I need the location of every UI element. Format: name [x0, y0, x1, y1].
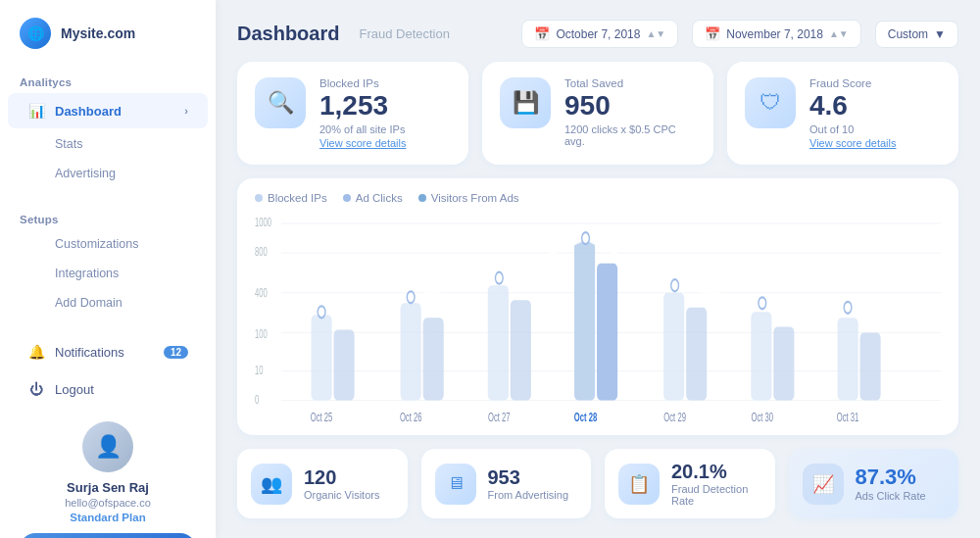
blocked-ips-icon: 🔍	[255, 77, 306, 128]
svg-text:Oct 27: Oct 27	[488, 411, 511, 423]
total-saved-icon: 💾	[500, 77, 551, 128]
sidebar-item-integrations[interactable]: Integrations	[8, 260, 208, 287]
organic-visitors-body: 120 Organic Visitors	[304, 466, 379, 501]
svg-rect-18	[574, 241, 595, 401]
total-saved-body: Total Saved 950 1200 clicks x $0.5 CPC a…	[564, 77, 696, 147]
setups-section-label: Setups	[0, 204, 216, 229]
advertising-value: 953	[488, 466, 569, 488]
sidebar-item-notifications[interactable]: 🔔 Notifications 12	[8, 334, 208, 369]
svg-rect-23	[773, 326, 794, 400]
organic-visitors-value: 120	[304, 466, 379, 488]
legend-label-blocked: Blocked IPs	[268, 192, 327, 204]
sidebar-profile: 👤 Surja Sen Raj hello@ofspace.co Standar…	[0, 408, 216, 538]
stat-card-fraud-score: 🛡 Fraud Score 4.6 Out of 10 View score d…	[727, 62, 958, 165]
ads-click-body: 87.3% Ads Click Rate	[856, 465, 926, 502]
main-content: Dashboard Fraud Detection 📅 October 7, 2…	[216, 0, 980, 538]
notifications-badge: 12	[164, 346, 188, 359]
logo-text: Mysite.com	[61, 25, 135, 41]
range-value: Custom	[888, 27, 928, 41]
svg-point-32	[844, 302, 852, 314]
fraud-score-label: Fraud Score	[809, 77, 941, 89]
date-from-picker[interactable]: 📅 October 7, 2018 ▲▼	[521, 20, 678, 48]
svg-rect-13	[334, 329, 355, 400]
sidebar: 🌐 Mysite.com Analitycs 📊 Dashboard › Sta…	[0, 0, 216, 538]
fraud-score-value: 4.6	[809, 91, 941, 122]
date-to-picker[interactable]: 📅 November 7, 2018 ▲▼	[692, 20, 861, 48]
blocked-ips-sub: 20% of all site IPs	[319, 123, 451, 135]
sidebar-item-advertising[interactable]: Advertising	[8, 160, 208, 187]
legend-label-visitors: Visitors From Ads	[431, 192, 519, 204]
svg-text:100: 100	[255, 327, 268, 340]
svg-rect-19	[597, 263, 617, 400]
legend-dot-blocked	[255, 194, 263, 202]
svg-text:0: 0	[255, 393, 260, 406]
fraud-score-sub: Out of 10	[809, 123, 941, 135]
svg-text:400: 400	[255, 286, 268, 299]
svg-text:Oct 26: Oct 26	[400, 411, 422, 423]
svg-text:10: 10	[255, 364, 264, 376]
svg-text:Oct 29: Oct 29	[663, 411, 686, 423]
svg-point-26	[318, 306, 325, 318]
stat-card-total-saved: 💾 Total Saved 950 1200 clicks x $0.5 CPC…	[482, 62, 713, 165]
sidebar-logo: 🌐 Mysite.com	[0, 18, 216, 67]
svg-text:1000: 1000	[255, 216, 271, 228]
main-header: Dashboard Fraud Detection 📅 October 7, 2…	[237, 20, 958, 48]
dropdown-arrow-icon: ▼	[934, 27, 946, 41]
svg-rect-25	[860, 332, 881, 400]
bottom-cards-row: 👥 120 Organic Visitors 🖥 953 From Advert…	[237, 449, 958, 518]
svg-rect-22	[751, 312, 771, 400]
stat-cards-row: 🔍 Blocked IPs 1,253 20% of all site IPs …	[237, 62, 958, 165]
fraud-score-link[interactable]: View score details	[809, 137, 941, 149]
dashboard-icon: 📊	[27, 102, 45, 120]
date-to-value: November 7, 2018	[726, 27, 823, 41]
calendar-icon-to: 📅	[705, 26, 720, 41]
blocked-ips-value: 1,253	[319, 91, 451, 122]
svg-text:Oct 31: Oct 31	[837, 411, 859, 423]
legend-dot-adclicks	[343, 194, 351, 202]
profile-email: hello@ofspace.co	[65, 497, 151, 509]
svg-rect-16	[488, 285, 509, 400]
chart-area: 1000 800 400 100 10 0	[255, 212, 941, 425]
svg-rect-12	[312, 315, 332, 400]
advertising-label: From Advertising	[488, 489, 569, 501]
date-to-arrow: ▲▼	[829, 28, 849, 39]
advertising-body: 953 From Advertising	[488, 466, 569, 501]
date-from-arrow: ▲▼	[646, 28, 665, 39]
svg-text:Oct 25: Oct 25	[311, 411, 333, 423]
svg-rect-15	[423, 318, 444, 400]
total-saved-value: 950	[564, 91, 696, 122]
bottom-card-advertising: 🖥 953 From Advertising	[421, 449, 592, 518]
ads-click-value: 87.3%	[856, 465, 926, 489]
sidebar-item-dashboard[interactable]: 📊 Dashboard ›	[8, 93, 208, 128]
total-saved-sub: 1200 clicks x $0.5 CPC avg.	[564, 123, 696, 147]
stat-card-blocked-ips: 🔍 Blocked IPs 1,253 20% of all site IPs …	[237, 62, 468, 165]
page-title: Dashboard	[237, 23, 339, 45]
notifications-label: Notifications	[55, 345, 124, 360]
sidebar-item-logout[interactable]: ⏻ Logout	[8, 371, 208, 407]
svg-rect-21	[686, 308, 707, 401]
logout-icon: ⏻	[27, 380, 45, 398]
analytics-section-label: Analitycs	[0, 67, 216, 92]
fraud-score-icon: 🛡	[745, 77, 796, 128]
bottom-card-ads-click: 📈 87.3% Ads Click Rate	[789, 449, 959, 518]
total-saved-label: Total Saved	[564, 77, 696, 89]
svg-point-29	[582, 232, 590, 244]
bottom-card-fraud-rate: 📋 20.1% Fraud Detection Rate	[605, 449, 775, 518]
sidebar-item-add-domain[interactable]: Add Domain	[8, 289, 208, 317]
blocked-ips-body: Blocked IPs 1,253 20% of all site IPs Vi…	[319, 77, 451, 149]
range-dropdown[interactable]: Custom ▼	[875, 21, 958, 48]
legend-dot-visitors	[418, 194, 426, 202]
date-from-value: October 7, 2018	[556, 27, 640, 41]
blocked-ips-link[interactable]: View score details	[319, 137, 451, 149]
sidebar-item-stats[interactable]: Stats	[8, 130, 208, 158]
legend-ad-clicks: Ad Clicks	[343, 192, 403, 204]
organic-visitors-icon: 👥	[251, 464, 292, 505]
bottom-card-organic: 👥 120 Organic Visitors	[237, 449, 408, 518]
sidebar-item-customizations[interactable]: Customizations	[8, 230, 208, 258]
chevron-right-icon: ›	[184, 105, 188, 117]
fraud-rate-body: 20.1% Fraud Detection Rate	[671, 461, 761, 507]
fraud-rate-value: 20.1%	[671, 461, 761, 482]
svg-text:Oct 30: Oct 30	[752, 411, 774, 423]
upgrade-button[interactable]: Upgrade your plan	[20, 533, 196, 538]
svg-point-27	[407, 291, 415, 303]
